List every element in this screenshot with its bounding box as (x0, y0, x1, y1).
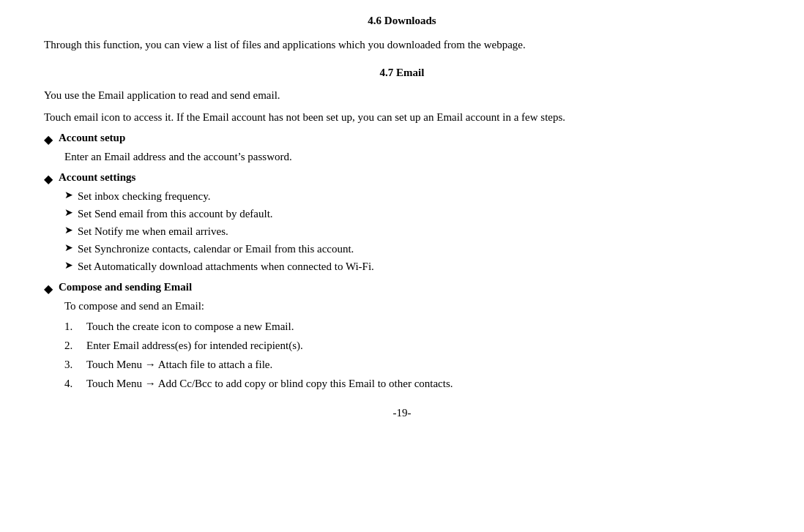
sub-bullet-3: ➤ Set Notify me when email arrives. (64, 222, 760, 240)
bullet-compose-email: ◆ Compose and sending Email (44, 281, 760, 296)
arrow-icon-4: ➤ (64, 240, 73, 256)
arrow-icon-1: ➤ (64, 187, 73, 203)
numbered-item-3: 3. Touch Menu → Attach file to attach a … (64, 356, 760, 373)
numbered-item-1: 1. Touch the create icon to compose a ne… (64, 318, 760, 335)
sub-bullet-1: ➤ Set inbox checking frequency. (64, 187, 760, 205)
diamond-icon-1: ◆ (44, 132, 53, 146)
numbered-item-4: 4. Touch Menu → Add Cc/Bcc to add copy o… (64, 375, 760, 392)
arrow-icon-5: ➤ (64, 258, 73, 274)
sub-bullet-4: ➤ Set Synchronize contacts, calendar or … (64, 240, 760, 258)
arrow-icon-2: ➤ (64, 205, 73, 221)
diamond-icon-2: ◆ (44, 172, 53, 186)
num-label-4: 4. (64, 375, 86, 392)
page-number: -19- (44, 407, 760, 419)
numbered-text-1: Touch the create icon to compose a new E… (86, 318, 294, 335)
bullet-account-setup: ◆ Account setup (44, 132, 760, 146)
sub-bullet-5: ➤ Set Automatically download attachments… (64, 258, 760, 275)
numbered-text-4: Touch Menu → Add Cc/Bcc to add copy or b… (86, 375, 453, 392)
sub-bullet-text-4: Set Synchronize contacts, calendar or Em… (78, 240, 354, 258)
compose-email-steps: 1. Touch the create icon to compose a ne… (64, 318, 760, 392)
bullet-label-compose-email: Compose and sending Email (59, 281, 192, 293)
diamond-icon-3: ◆ (44, 282, 53, 296)
section-47-intro2: Touch email icon to access it. If the Em… (44, 108, 760, 126)
numbered-text-3: Touch Menu → Attach file to attach a fil… (86, 356, 272, 373)
sub-bullet-text-1: Set inbox checking frequency. (78, 187, 210, 205)
sub-bullet-text-2: Set Send email from this account by defa… (78, 205, 273, 222)
sub-bullet-text-5: Set Automatically download attachments w… (78, 258, 374, 275)
section-46-heading: 4.6 Downloads (44, 15, 760, 27)
bullet-label-account-setup: Account setup (59, 132, 125, 144)
arrow-icon-3: ➤ (64, 222, 73, 239)
num-label-2: 2. (64, 337, 86, 354)
num-label-1: 1. (64, 318, 86, 335)
sub-bullet-text-3: Set Notify me when email arrives. (78, 222, 228, 240)
sub-bullet-2: ➤ Set Send email from this account by de… (64, 205, 760, 222)
num-label-3: 3. (64, 356, 86, 373)
numbered-text-2: Enter Email address(es) for intended rec… (86, 337, 303, 354)
compose-email-intro: To compose and send an Email: (64, 297, 760, 315)
section-47-intro1: You use the Email application to read an… (44, 86, 760, 104)
bullet-label-account-settings: Account settings (59, 171, 135, 184)
account-settings-subbullets: ➤ Set inbox checking frequency. ➤ Set Se… (44, 187, 760, 275)
section-46-body: Through this function, you can view a li… (44, 36, 760, 53)
section-47-heading: 4.7 Email (44, 67, 760, 79)
bullet-account-settings: ◆ Account settings (44, 171, 760, 186)
account-setup-description: Enter an Email address and the account’s… (64, 148, 760, 165)
numbered-item-2: 2. Enter Email address(es) for intended … (64, 337, 760, 354)
